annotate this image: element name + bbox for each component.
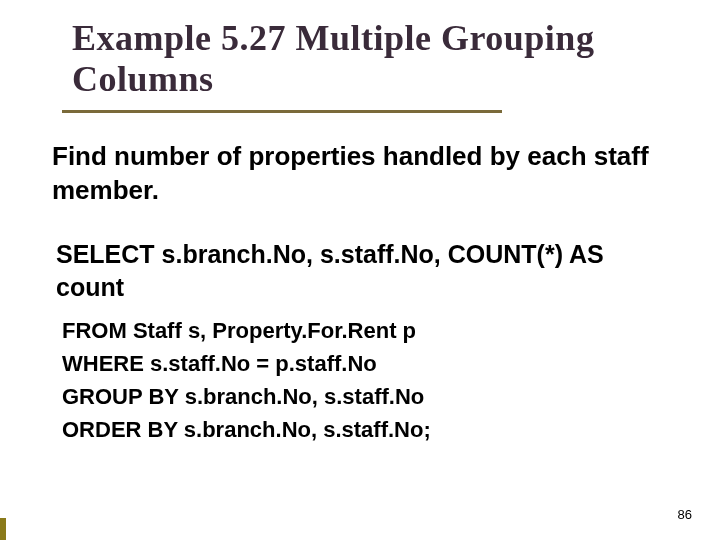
title-underline <box>62 110 502 113</box>
sql-body: FROM Staff s, Property.For.Rent p WHERE … <box>62 314 630 446</box>
slide-title: Example 5.27 Multiple Grouping Columns <box>72 18 660 101</box>
sql-where-line: WHERE s.staff.No = p.staff.No <box>62 347 630 380</box>
accent-bar <box>0 518 6 540</box>
sql-from-line: FROM Staff s, Property.For.Rent p <box>62 314 630 347</box>
sql-groupby-line: GROUP BY s.branch.No, s.staff.No <box>62 380 630 413</box>
sql-select-line: SELECT s.branch.No, s.staff.No, COUNT(*)… <box>56 238 650 303</box>
sql-orderby-line: ORDER BY s.branch.No, s.staff.No; <box>62 413 630 446</box>
prompt-text: Find number of properties handled by eac… <box>52 140 650 208</box>
slide: Example 5.27 Multiple Grouping Columns F… <box>0 0 720 540</box>
page-number: 86 <box>678 507 692 522</box>
